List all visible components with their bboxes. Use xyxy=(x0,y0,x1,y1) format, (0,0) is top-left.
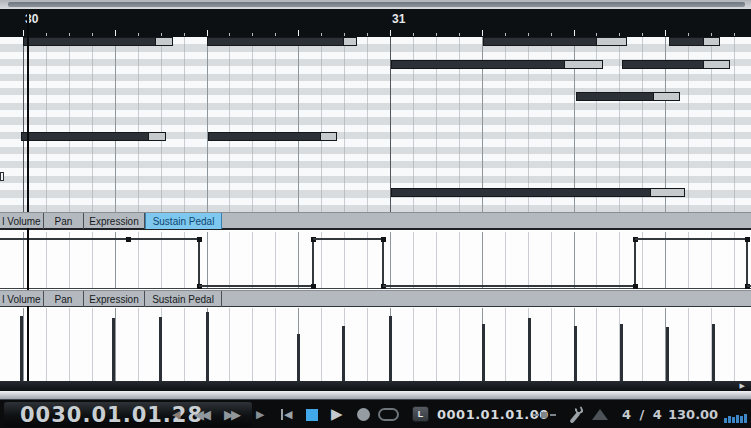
grid-line xyxy=(23,232,24,288)
play-button[interactable]: ▶ xyxy=(331,400,340,428)
pedal-event-point[interactable] xyxy=(197,237,202,242)
top-horizontal-scrollbar[interactable] xyxy=(0,0,751,9)
bottom-horizontal-scrollbar[interactable]: ▶ xyxy=(0,381,751,391)
controller-tab-expression[interactable]: Expression xyxy=(84,291,145,307)
controller-value-bar[interactable] xyxy=(20,316,23,381)
secondary-time-display[interactable]: 0001.01.01.00 xyxy=(437,407,549,422)
grid-line xyxy=(413,232,414,288)
midi-note[interactable] xyxy=(21,132,166,141)
pedal-event-point[interactable] xyxy=(381,237,386,242)
meter-bar xyxy=(740,416,743,423)
nudge-play-button[interactable]: ▶ xyxy=(256,400,261,428)
record-button[interactable] xyxy=(357,400,370,428)
ruler-tick xyxy=(184,33,185,36)
grid-line xyxy=(459,232,460,288)
controller-value-bar[interactable] xyxy=(297,334,300,381)
pedal-curve-segment xyxy=(313,238,385,240)
note-release-tail xyxy=(703,38,719,45)
controller-value-bar[interactable] xyxy=(712,324,715,381)
locate-badge[interactable]: L xyxy=(412,406,429,422)
play-button-icon: ▶ xyxy=(331,407,340,422)
controller-value-bar[interactable] xyxy=(482,324,485,381)
controller-value-bar[interactable] xyxy=(389,316,392,381)
grid-line xyxy=(92,308,93,381)
ruler-tick xyxy=(505,33,506,36)
grid-line xyxy=(138,37,139,212)
controller-value-bar[interactable] xyxy=(342,326,345,381)
punch-icon[interactable] xyxy=(533,412,557,419)
grid-line xyxy=(688,308,689,381)
controller-tab-sustain-pedal[interactable]: Sustain Pedal xyxy=(145,291,222,307)
grid-line xyxy=(459,308,460,381)
ruler-tick xyxy=(619,33,620,36)
pedal-curve-segment xyxy=(635,238,749,240)
grid-line xyxy=(229,37,230,212)
controller-tab-pan[interactable]: Pan xyxy=(44,291,84,307)
pedal-event-point[interactable] xyxy=(311,284,316,289)
ruler-tick xyxy=(161,33,162,36)
controller-tab-l-volume[interactable]: l Volume xyxy=(0,291,44,307)
midi-note[interactable] xyxy=(391,60,603,69)
goto-start-button[interactable]: ◀ xyxy=(281,400,289,428)
fast-forward-button[interactable]: ▶▶ xyxy=(224,400,238,428)
pedal-event-point[interactable] xyxy=(126,237,131,242)
grid-line xyxy=(321,232,322,288)
controller-value-bar[interactable] xyxy=(159,317,162,381)
grid-line xyxy=(69,37,70,212)
pedal-event-point[interactable] xyxy=(633,284,638,289)
midi-note[interactable] xyxy=(483,37,627,46)
pedal-event-point[interactable] xyxy=(745,237,750,242)
controller-value-bar[interactable] xyxy=(620,324,623,381)
grid-line xyxy=(436,232,437,288)
midi-editor-window: 3031 l VolumePanExpressionSustain Pedal … xyxy=(0,0,751,428)
controller-value-bar[interactable] xyxy=(666,327,669,381)
controller-tab-sustain-pedal[interactable]: Sustain Pedal xyxy=(145,213,222,229)
grid-line xyxy=(207,37,208,212)
note-release-tail xyxy=(650,189,684,196)
midi-note[interactable] xyxy=(622,60,730,69)
ruler-tick xyxy=(688,33,689,36)
grid-line xyxy=(344,232,345,288)
grid-line xyxy=(252,232,253,288)
midi-note[interactable] xyxy=(391,188,685,197)
controller-bars-lane[interactable] xyxy=(0,306,751,381)
cycle-loop-icon[interactable] xyxy=(378,408,399,421)
tempo-display[interactable]: 130.00 xyxy=(668,407,718,422)
ruler-tick xyxy=(596,33,597,36)
ruler-tick xyxy=(138,33,139,36)
controller-tab-l-volume[interactable]: l Volume xyxy=(0,213,44,229)
metronome-flag-icon[interactable] xyxy=(592,409,608,420)
scroll-right-arrow-icon[interactable]: ▶ xyxy=(740,382,745,390)
ruler-tick xyxy=(734,33,735,36)
prev-marker-button-icon: ◀ xyxy=(172,409,177,420)
midi-note[interactable] xyxy=(207,37,357,46)
midi-note[interactable] xyxy=(208,132,337,141)
controller-value-bar[interactable] xyxy=(112,318,115,381)
midi-note[interactable] xyxy=(576,92,680,101)
grid-line xyxy=(229,232,230,288)
grid-line xyxy=(115,308,116,381)
piano-roll-grid[interactable] xyxy=(0,37,751,212)
controller-value-bar[interactable] xyxy=(206,312,209,381)
timeline-ruler[interactable]: 3031 xyxy=(0,9,751,37)
top-scrollbar-thumb[interactable] xyxy=(8,2,745,7)
sustain-pedal-lane[interactable] xyxy=(0,228,751,289)
wrench-icon[interactable] xyxy=(566,406,584,423)
playhead-cursor[interactable] xyxy=(27,14,29,381)
midi-note[interactable] xyxy=(23,37,173,46)
controller-value-bar[interactable] xyxy=(574,326,577,381)
panel-divider xyxy=(0,391,751,399)
controller-tab-pan[interactable]: Pan xyxy=(44,213,84,229)
ruler-tick xyxy=(115,30,116,36)
rewind-button[interactable]: ◀◀ xyxy=(194,400,208,428)
grid-line xyxy=(46,37,47,212)
controller-value-bar[interactable] xyxy=(528,318,531,381)
midi-note[interactable] xyxy=(669,37,720,46)
pedal-curve-segment xyxy=(198,238,200,287)
prev-marker-button[interactable]: ◀ xyxy=(172,400,177,428)
stop-button[interactable] xyxy=(306,400,318,428)
note-release-tail xyxy=(596,38,626,45)
edge-note[interactable] xyxy=(0,172,4,181)
controller-tab-expression[interactable]: Expression xyxy=(84,213,145,229)
time-signature[interactable]: 4 / 4 xyxy=(622,407,664,422)
